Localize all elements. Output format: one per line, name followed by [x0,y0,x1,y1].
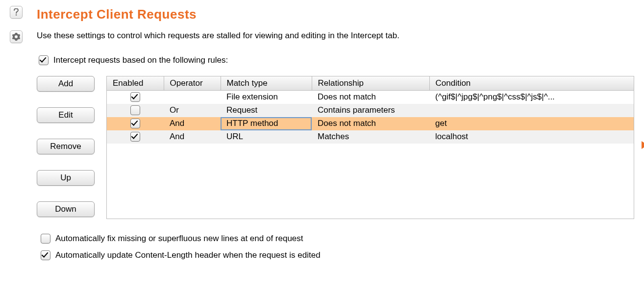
row-relationship-cell[interactable]: Does not match [312,117,429,130]
row-relationship-cell[interactable]: Matches [312,130,429,144]
row-condition-cell[interactable]: (^gif$|^jpg$|^png$|^css$|^js$|^... [429,91,634,104]
col-operator[interactable]: Operator [164,76,221,91]
edit-button[interactable]: Edit [37,107,95,123]
row-operator-cell[interactable]: Or [164,104,221,117]
row-enabled-checkbox[interactable] [130,92,140,102]
row-operator-cell[interactable] [164,91,221,104]
row-match-type-cell[interactable]: URL [221,130,312,144]
row-condition-cell[interactable] [429,104,634,117]
intercept-rules-label: Intercept requests based on the followin… [53,55,228,65]
add-button[interactable]: Add [37,76,95,92]
page-title: Intercept Client Requests [37,7,634,22]
row-condition-cell[interactable]: get [429,117,634,130]
remove-button[interactable]: Remove [37,139,95,154]
col-condition[interactable]: Condition [429,76,634,91]
table-row[interactable]: AndURLMatcheslocalhost [107,130,634,144]
rules-table[interactable]: Enabled Operator Match type Relationship… [106,76,634,219]
table-row[interactable]: File extensionDoes not match(^gif$|^jpg$… [107,91,634,104]
col-match-type[interactable]: Match type [221,76,312,91]
table-row[interactable]: AndHTTP methodDoes not matchget [107,117,634,130]
row-operator-cell[interactable]: And [164,117,221,130]
auto-content-length-checkbox[interactable] [41,250,50,260]
row-enabled-checkbox[interactable] [130,132,140,142]
table-row[interactable]: OrRequestContains parameters [107,104,634,117]
page-description: Use these settings to control which requ… [37,31,634,41]
auto-fix-newlines-checkbox[interactable] [41,234,50,244]
down-button[interactable]: Down [37,201,95,217]
col-enabled[interactable]: Enabled [107,76,164,91]
row-match-type-cell[interactable]: Request [221,104,312,117]
row-enabled-cell[interactable] [107,117,164,130]
row-enabled-cell[interactable] [107,91,164,104]
auto-fix-newlines-label: Automatically fix missing or superfluous… [55,234,303,244]
svg-point-0 [16,14,17,16]
auto-content-length-label: Automatically update Content-Length head… [55,250,321,260]
row-condition-cell[interactable]: localhost [429,130,634,144]
row-enabled-checkbox[interactable] [130,105,140,115]
up-button[interactable]: Up [37,170,95,186]
gear-icon[interactable] [10,30,23,43]
row-relationship-cell[interactable]: Contains parameters [312,104,429,117]
row-enabled-cell[interactable] [107,104,164,117]
row-match-type-cell[interactable]: File extension [221,91,312,104]
intercept-rules-checkbox[interactable] [39,55,49,65]
row-operator-cell[interactable]: And [164,130,221,144]
scroll-indicator-icon[interactable] [642,141,644,149]
help-icon[interactable] [10,6,23,19]
col-relationship[interactable]: Relationship [312,76,429,91]
row-relationship-cell[interactable]: Does not match [312,91,429,104]
row-enabled-checkbox[interactable] [130,119,140,128]
row-match-type-cell[interactable]: HTTP method [221,117,312,130]
row-enabled-cell[interactable] [107,130,164,144]
